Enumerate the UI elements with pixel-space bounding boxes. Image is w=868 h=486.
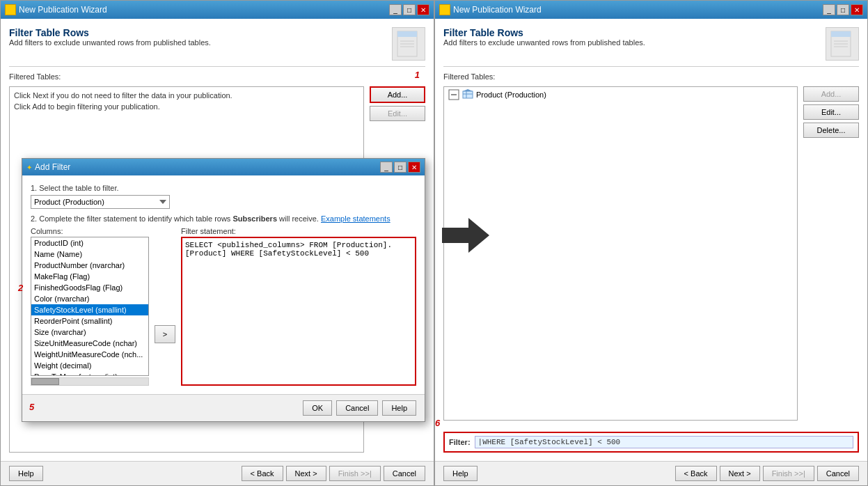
col-productid[interactable]: ProductID (int): [31, 237, 148, 249]
add-button-right[interactable]: Add...: [803, 86, 859, 102]
filtered-tables-label-right: Filtered Tables:: [443, 72, 859, 81]
hint-text-1: Click Next if you do not need to filter …: [14, 91, 359, 100]
dialog-close[interactable]: ✕: [408, 162, 420, 173]
left-window-icon: ✦: [5, 4, 16, 15]
right-cancel-button[interactable]: Cancel: [817, 466, 859, 481]
right-window-footer: Help < Back Next > Finish >>| Cancel: [435, 461, 867, 485]
svg-rect-14: [463, 91, 473, 98]
add-button-left[interactable]: Add...: [370, 86, 425, 103]
left-wizard-window: ✦ New Publication Wizard _ □ ✕ Filter Ta…: [0, 0, 434, 486]
svg-rect-5: [442, 228, 468, 243]
delete-button-right[interactable]: Delete...: [803, 123, 859, 138]
filter-bar-value: |WHERE [SafetyStockLevel] < 500: [475, 436, 853, 448]
col-weightunit[interactable]: WeightUnitMeasureCode (nch...: [31, 349, 148, 360]
right-window-icon: ✦: [439, 4, 450, 15]
col-sizeunit[interactable]: SizeUnitMeasureCode (nchar): [31, 338, 148, 349]
left-wizard-icon: [392, 27, 425, 61]
dialog-ok-button[interactable]: OK: [303, 400, 332, 416]
left-page-title: Filter Table Rows: [9, 27, 211, 38]
left-finish-button[interactable]: Finish >>|: [329, 466, 381, 481]
svg-marker-6: [468, 218, 489, 253]
right-title-bar: ✦ New Publication Wizard _ □ ✕: [435, 1, 867, 19]
step1-label: 1. Select the table to filter.: [31, 184, 416, 192]
right-wizard-icon: [826, 27, 859, 61]
col-weight[interactable]: Weight (decimal): [31, 360, 148, 371]
right-next-button[interactable]: Next >: [720, 466, 760, 481]
dialog-help-button[interactable]: Help: [382, 400, 416, 416]
annotation-2: 2: [18, 283, 23, 293]
dialog-title: Add Filter: [35, 162, 70, 172]
right-help-button[interactable]: Help: [443, 466, 478, 481]
left-window-footer: Help < Back Next > Finish >>| Cancel: [1, 461, 434, 485]
edit-button-right[interactable]: Edit...: [803, 104, 859, 120]
tree-expand-icon: [448, 89, 459, 100]
dialog-maximize[interactable]: □: [394, 162, 407, 173]
right-minimize-button[interactable]: _: [823, 4, 835, 15]
filtered-tables-label-left: Filtered Tables:: [9, 72, 425, 81]
left-minimize-button[interactable]: _: [389, 4, 402, 15]
left-back-button[interactable]: < Back: [242, 466, 283, 481]
tree-item-product[interactable]: Product (Production): [444, 87, 797, 102]
left-maximize-button[interactable]: □: [403, 4, 416, 15]
edit-button-left[interactable]: Edit...: [370, 106, 425, 121]
col-finishedgoodsflag[interactable]: FinishedGoodsFlag (Flag): [31, 282, 148, 293]
columns-label: Columns:: [31, 227, 149, 235]
right-back-button[interactable]: < Back: [675, 466, 717, 481]
left-help-button[interactable]: Help: [9, 466, 43, 481]
col-daystomfg[interactable]: DaysToManufacture (int): [31, 371, 148, 376]
left-next-button[interactable]: Next >: [286, 466, 326, 481]
col-safetystocklevel[interactable]: SafetyStockLevel (smallint): [31, 304, 148, 315]
left-page-subtitle: Add filters to exclude unwanted rows fro…: [9, 38, 211, 47]
right-wizard-window: ✦ New Publication Wizard _ □ ✕ Filter Ta…: [434, 0, 868, 486]
right-page-title: Filter Table Rows: [443, 27, 645, 38]
left-title-bar: ✦ New Publication Wizard _ □ ✕: [1, 1, 434, 19]
col-reorderpoint[interactable]: ReorderPoint (smallint): [31, 315, 148, 327]
step2-prefix: 2. Complete the filter statement to iden…: [31, 214, 321, 223]
right-finish-button[interactable]: Finish >>|: [763, 466, 814, 481]
filter-statement-textarea[interactable]: SELECT <published_columns> FROM [Product…: [181, 237, 416, 386]
dialog-minimize[interactable]: _: [380, 162, 393, 173]
tree-item-label: Product (Production): [476, 91, 546, 99]
dialog-title-bar: ✦ Add Filter _ □ ✕: [22, 159, 425, 175]
col-makeflag[interactable]: MakeFlag (Flag): [31, 271, 148, 282]
left-close-button[interactable]: ✕: [417, 4, 429, 15]
right-page-subtitle: Add filters to exclude unwanted rows fro…: [443, 38, 645, 47]
dialog-cancel-button[interactable]: Cancel: [336, 400, 378, 416]
filter-statement-label: Filter statement:: [181, 227, 416, 235]
filter-bar-label: Filter:: [449, 438, 471, 446]
col-color[interactable]: Color (nvarchar): [31, 293, 148, 304]
left-window-title: New Publication Wizard: [19, 5, 107, 15]
right-close-button[interactable]: ✕: [851, 4, 863, 15]
col-name[interactable]: Name (Name): [31, 249, 148, 260]
add-column-arrow-button[interactable]: >: [155, 325, 175, 343]
table-icon: [462, 89, 473, 100]
annotation-5: 5: [29, 402, 34, 412]
annotation-6: 6: [435, 418, 440, 428]
example-link[interactable]: Example statements: [321, 214, 390, 223]
filter-bar: Filter: |WHERE [SafetyStockLevel] < 500: [443, 432, 859, 453]
right-maximize-button[interactable]: □: [837, 4, 849, 15]
svg-rect-1: [397, 31, 417, 37]
add-filter-dialog: ✦ Add Filter _ □ ✕ 1. Select the table t…: [22, 158, 425, 422]
col-productnumber[interactable]: ProductNumber (nvarchar): [31, 260, 148, 271]
hint-text-2: Click Add to begin filtering your public…: [14, 102, 359, 111]
left-page-header: Filter Table Rows Add filters to exclude…: [9, 27, 425, 67]
big-arrow-annotation: [441, 218, 489, 253]
col-size[interactable]: Size (nvarchar): [31, 327, 148, 338]
annotation-1: 1: [415, 70, 420, 80]
left-cancel-button[interactable]: Cancel: [384, 466, 425, 481]
right-page-header: Filter Table Rows Add filters to exclude…: [443, 27, 859, 67]
svg-rect-8: [831, 31, 851, 37]
columns-list[interactable]: ProductID (int) Name (Name) ProductNumbe…: [31, 237, 149, 376]
right-window-title: New Publication Wizard: [453, 5, 542, 15]
table-select[interactable]: Product (Production): [31, 195, 170, 209]
